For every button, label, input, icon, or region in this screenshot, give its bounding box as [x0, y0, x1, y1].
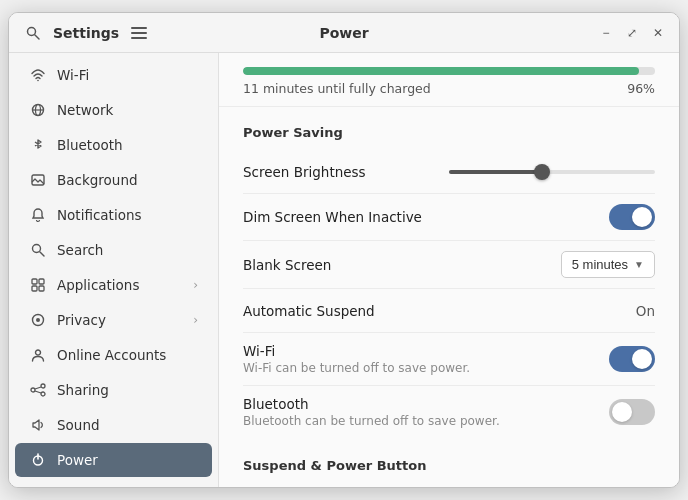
- window-title: Power: [319, 25, 368, 41]
- wifi-power-label-group: Wi-Fi Wi-Fi can be turned off to save po…: [243, 343, 609, 375]
- suspend-power-title: Suspend & Power Button: [243, 458, 655, 473]
- sidebar-label-background: Background: [57, 172, 198, 188]
- bluetooth-power-label: Bluetooth: [243, 396, 609, 412]
- network-icon: [29, 101, 47, 119]
- battery-progress-bar: [243, 67, 655, 75]
- blank-screen-value: 5 minutes: [572, 257, 628, 272]
- svg-rect-15: [39, 286, 44, 291]
- maximize-button[interactable]: ⤢: [621, 22, 643, 44]
- screen-brightness-row: Screen Brightness: [243, 150, 655, 194]
- sidebar-item-applications[interactable]: Applications ›: [15, 268, 212, 302]
- sidebar-item-power[interactable]: Power: [15, 443, 212, 477]
- auto-suspend-value: On: [636, 303, 655, 319]
- brightness-slider-track: [449, 170, 655, 174]
- svg-point-21: [41, 392, 45, 396]
- search-button[interactable]: [19, 19, 47, 47]
- sidebar-item-sound[interactable]: Sound: [15, 408, 212, 442]
- titlebar-left: Settings: [19, 19, 219, 47]
- svg-point-20: [31, 388, 35, 392]
- blank-screen-dropdown-arrow: ▼: [634, 259, 644, 270]
- svg-line-22: [35, 387, 41, 389]
- applications-arrow: ›: [193, 278, 198, 292]
- main-content: 11 minutes until fully charged 96% Power…: [219, 53, 679, 487]
- brightness-slider[interactable]: [449, 170, 655, 174]
- settings-window: Settings Power − ⤢ ✕: [8, 12, 680, 488]
- sidebar-label-privacy: Privacy: [57, 312, 183, 328]
- blank-screen-row: Blank Screen 5 minutes ▼: [243, 241, 655, 289]
- online-accounts-icon: [29, 346, 47, 364]
- sidebar-label-bluetooth: Bluetooth: [57, 137, 198, 153]
- svg-point-17: [36, 318, 40, 322]
- bluetooth-power-row: Bluetooth Bluetooth can be turned off to…: [243, 386, 655, 438]
- svg-point-0: [28, 27, 36, 35]
- sidebar-item-wifi[interactable]: Wi-Fi: [15, 58, 212, 92]
- displays-icon: [29, 486, 47, 487]
- titlebar: Settings Power − ⤢ ✕: [9, 13, 679, 53]
- dim-screen-label: Dim Screen When Inactive: [243, 209, 609, 225]
- sidebar-label-online-accounts: Online Accounts: [57, 347, 198, 363]
- bluetooth-power-sublabel: Bluetooth can be turned off to save powe…: [243, 414, 609, 428]
- battery-percent: 96%: [627, 81, 655, 96]
- svg-rect-2: [131, 27, 147, 29]
- sidebar-item-background[interactable]: Background: [15, 163, 212, 197]
- sidebar-item-privacy[interactable]: Privacy ›: [15, 303, 212, 337]
- search-nav-icon: [29, 241, 47, 259]
- svg-point-18: [36, 350, 41, 355]
- titlebar-controls: − ⤢ ✕: [595, 22, 669, 44]
- sidebar-item-notifications[interactable]: Notifications: [15, 198, 212, 232]
- search-icon: [25, 25, 41, 41]
- bluetooth-power-toggle-knob: [612, 402, 632, 422]
- brightness-slider-thumb[interactable]: [534, 164, 550, 180]
- wifi-power-row: Wi-Fi Wi-Fi can be turned off to save po…: [243, 333, 655, 386]
- suspend-power-section: Suspend & Power Button Power Button Beha…: [219, 444, 679, 487]
- content-area: Wi-Fi Network Bluetooth: [9, 53, 679, 487]
- svg-point-5: [37, 80, 39, 82]
- svg-rect-12: [32, 279, 37, 284]
- bluetooth-power-toggle[interactable]: [609, 399, 655, 425]
- sidebar-label-sound: Sound: [57, 417, 198, 433]
- sidebar-item-displays[interactable]: Displays: [15, 478, 212, 487]
- battery-status-row: 11 minutes until fully charged 96%: [243, 81, 655, 96]
- bluetooth-power-label-group: Bluetooth Bluetooth can be turned off to…: [243, 396, 609, 428]
- screen-brightness-label: Screen Brightness: [243, 164, 449, 180]
- menu-button[interactable]: [125, 19, 153, 47]
- sidebar-item-network[interactable]: Network: [15, 93, 212, 127]
- blank-screen-dropdown[interactable]: 5 minutes ▼: [561, 251, 655, 278]
- brightness-slider-fill: [449, 170, 542, 174]
- wifi-power-toggle-knob: [632, 349, 652, 369]
- svg-line-23: [35, 391, 41, 393]
- wifi-power-sublabel: Wi-Fi can be turned off to save power.: [243, 361, 609, 375]
- close-button[interactable]: ✕: [647, 22, 669, 44]
- battery-status-text: 11 minutes until fully charged: [243, 81, 431, 96]
- notifications-icon: [29, 206, 47, 224]
- dim-screen-toggle[interactable]: [609, 204, 655, 230]
- svg-rect-14: [32, 286, 37, 291]
- sidebar-item-search[interactable]: Search: [15, 233, 212, 267]
- sidebar-item-bluetooth[interactable]: Bluetooth: [15, 128, 212, 162]
- sidebar-label-wifi: Wi-Fi: [57, 67, 198, 83]
- svg-point-10: [33, 245, 41, 253]
- svg-rect-13: [39, 279, 44, 284]
- sidebar-item-sharing[interactable]: Sharing: [15, 373, 212, 407]
- minimize-button[interactable]: −: [595, 22, 617, 44]
- sidebar: Wi-Fi Network Bluetooth: [9, 53, 219, 487]
- sharing-icon: [29, 381, 47, 399]
- dim-screen-row: Dim Screen When Inactive: [243, 194, 655, 241]
- power-saving-title: Power Saving: [243, 125, 655, 140]
- power-button-row: Power Button Behavior Suspend ▼: [243, 483, 655, 487]
- sound-icon: [29, 416, 47, 434]
- svg-point-19: [41, 384, 45, 388]
- sidebar-label-sharing: Sharing: [57, 382, 198, 398]
- svg-line-1: [35, 35, 39, 39]
- battery-progress-fill: [243, 67, 639, 75]
- power-icon: [29, 451, 47, 469]
- auto-suspend-label: Automatic Suspend: [243, 303, 636, 319]
- applications-icon: [29, 276, 47, 294]
- wifi-power-toggle[interactable]: [609, 346, 655, 372]
- svg-rect-3: [131, 32, 147, 34]
- auto-suspend-row: Automatic Suspend On: [243, 289, 655, 333]
- battery-section: 11 minutes until fully charged 96%: [219, 53, 679, 107]
- sidebar-label-power: Power: [57, 452, 198, 468]
- sidebar-label-applications: Applications: [57, 277, 183, 293]
- sidebar-item-online-accounts[interactable]: Online Accounts: [15, 338, 212, 372]
